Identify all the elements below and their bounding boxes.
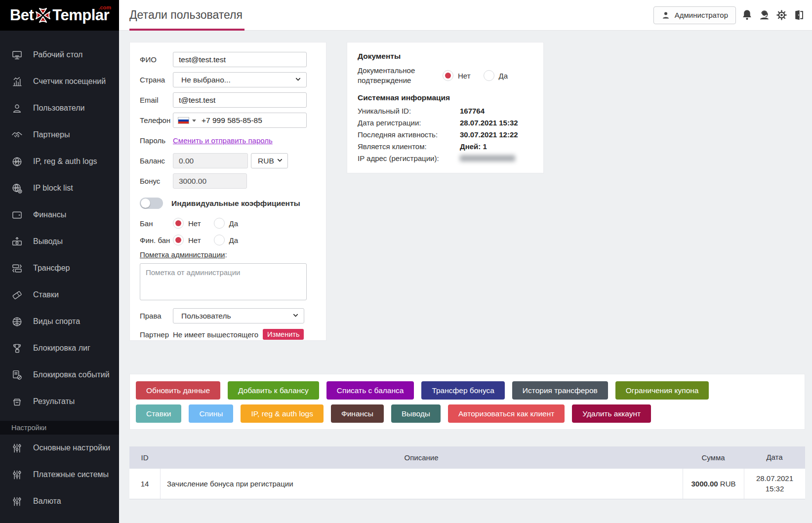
- doc-confirm-yes-radio[interactable]: [484, 70, 494, 81]
- sidebar-item-users[interactable]: Пользователи: [0, 95, 119, 121]
- system-info-row: Дата регистрации:28.07.2021 15:32: [358, 119, 533, 127]
- page-title: Детали пользователя: [129, 8, 243, 22]
- partner-label: Партнер: [140, 330, 173, 339]
- finban-yes-radio[interactable]: [214, 235, 225, 245]
- sidebar-item-bets[interactable]: Ставки: [0, 282, 119, 308]
- action-bonus-transfer-button[interactable]: Трансфер бонуса: [421, 381, 504, 400]
- sidebar-item-label: Счетчик посещений: [33, 77, 106, 86]
- documents-card: Документы Документальное подтверждение Н…: [347, 42, 544, 173]
- support-icon[interactable]: [758, 9, 771, 22]
- topbar: Детали пользователя Администратор: [119, 0, 812, 31]
- phone-label: Телефон: [140, 116, 173, 124]
- sidebar-item-ip-block-list[interactable]: IPIP block list: [0, 175, 119, 201]
- sidebar-item-withdrawals[interactable]: Выводы: [0, 228, 119, 255]
- action-login-as-client-button[interactable]: Авторизоваться как клиент: [448, 404, 565, 423]
- sliders-icon: [11, 443, 23, 454]
- partner-value: Не имеет вышестоящего: [173, 330, 258, 339]
- email-label: Email: [140, 96, 173, 104]
- finban-no-radio[interactable]: [173, 235, 184, 245]
- system-info-label: Дата регистрации:: [358, 119, 460, 127]
- templar-cross-icon: [34, 6, 52, 24]
- country-label: Страна: [140, 76, 173, 84]
- individual-coefficients-toggle[interactable]: [140, 198, 163, 209]
- ban-yes-radio[interactable]: [214, 218, 225, 229]
- email-input[interactable]: [173, 92, 307, 108]
- admin-button[interactable]: Администратор: [653, 6, 736, 24]
- settings-icon[interactable]: [775, 9, 788, 22]
- sliders-icon: [11, 496, 23, 507]
- counter-icon: [11, 76, 23, 87]
- sidebar-item-label: IP, reg & auth logs: [33, 157, 97, 166]
- fio-input[interactable]: [173, 52, 307, 67]
- logout-icon[interactable]: [792, 9, 805, 22]
- action-bets-button[interactable]: Ставки: [136, 404, 181, 423]
- country-select[interactable]: Не выбрано...: [173, 72, 307, 87]
- sidebar-item-label: Рабочий стол: [33, 50, 82, 59]
- ban-no-radio[interactable]: [173, 218, 184, 229]
- action-subtract-from-balance-button[interactable]: Списать с баланса: [326, 381, 414, 400]
- sidebar-item-dashboard[interactable]: Рабочий стол: [0, 41, 119, 68]
- sidebar-item-label: Виды спорта: [33, 317, 80, 326]
- sidebar-item-finances[interactable]: Финансы: [0, 201, 119, 228]
- sidebar-item-transfer[interactable]: Трансфер: [0, 255, 119, 282]
- cell-description: Зачисление бонуса при регистрации: [160, 469, 683, 499]
- system-info-row: Последняя активность:30.07.2021 12:22: [358, 130, 533, 139]
- action-transfer-history-button[interactable]: История трансферов: [512, 381, 608, 400]
- doc-confirm-no-radio[interactable]: [443, 70, 453, 81]
- sidebar-item-main-settings[interactable]: Основные настройки: [0, 435, 119, 461]
- doc-confirmation-label: Документальное подтверждение: [358, 66, 443, 86]
- brand-tld: .com: [98, 4, 111, 10]
- actions-row-1: Обновить данныеДобавить к балансуСписать…: [136, 381, 799, 400]
- doc-confirm-yes-label: Да: [499, 72, 508, 80]
- action-spins-button[interactable]: Спины: [189, 404, 233, 423]
- action-finances-button[interactable]: Финансы: [331, 404, 384, 423]
- admin-note-label[interactable]: Пометка администрации:: [140, 250, 316, 259]
- rights-select[interactable]: Пользователь: [173, 308, 304, 323]
- sidebar-item-partners[interactable]: Партнеры: [0, 121, 119, 148]
- flag-caret-icon: [192, 120, 196, 124]
- sidebar-item-currency[interactable]: Валюта: [0, 488, 119, 515]
- system-info-label: Является клиентом:: [358, 142, 460, 151]
- action-withdrawals-button[interactable]: Выводы: [391, 404, 441, 423]
- currency-select[interactable]: RUB: [251, 153, 288, 168]
- action-add-to-balance-button[interactable]: Добавить к балансу: [228, 381, 319, 400]
- change-password-link[interactable]: Сменить и отправить пароль: [173, 136, 273, 145]
- action-delete-account-button[interactable]: Удалить аккаунт: [572, 404, 651, 423]
- phone-input[interactable]: +7 999 585-85-85: [173, 113, 307, 128]
- russia-flag-icon[interactable]: [178, 117, 189, 124]
- bonus-label: Бонус: [140, 177, 173, 185]
- brand-logo[interactable]: Bet Templar .com: [0, 0, 119, 31]
- change-partner-button[interactable]: Изменить: [263, 329, 304, 340]
- main-area: Детали пользователя Администратор: [119, 0, 812, 523]
- sidebar-item-payment-systems[interactable]: Платежные системы: [0, 461, 119, 488]
- cell-id: 14: [129, 469, 160, 499]
- sidebar-item-results[interactable]: Результаты: [0, 388, 119, 415]
- sidebar-item-league-blocking[interactable]: Блокировка лиг: [0, 335, 119, 362]
- system-info-rows: Уникальный ID:167764Дата регистрации:28.…: [358, 107, 533, 162]
- password-label: Пароль: [140, 136, 173, 145]
- table-header-id: ID: [129, 453, 160, 462]
- individual-coefficients-label: Индивидуальные коэффициенты: [171, 199, 300, 208]
- admin-note-textarea[interactable]: [140, 263, 307, 300]
- action-update-data-button[interactable]: Обновить данные: [136, 381, 220, 400]
- fio-label: ФИО: [140, 55, 173, 64]
- sidebar-item-sports[interactable]: Виды спорта: [0, 308, 119, 335]
- sidebar-item-visit-counter[interactable]: Счетчик посещений: [0, 68, 119, 95]
- system-info-value: 30.07.2021 12:22: [460, 130, 518, 139]
- sidebar-item-ip-reg-auth-logs[interactable]: IPIP, reg & auth logs: [0, 148, 119, 175]
- sidebar-item-label: Пользователи: [33, 104, 84, 113]
- sidebar-item-event-blocking[interactable]: Блокировка событий: [0, 362, 119, 388]
- action-ip-reg-auth-logs-button[interactable]: IP, reg & auth logs: [241, 404, 324, 423]
- notifications-icon[interactable]: [740, 9, 753, 22]
- ticket-icon: [11, 289, 23, 301]
- ip-address-redacted: [460, 155, 515, 161]
- app-root: Bet Templar .com Рабочий столСчетчик пос…: [0, 0, 812, 523]
- brand-bet: Bet: [10, 6, 34, 24]
- sidebar: Bet Templar .com Рабочий столСчетчик пос…: [0, 0, 119, 523]
- user-form-card: ФИО Страна Не выбрано... Email: [129, 42, 326, 341]
- action-coupon-limits-button[interactable]: Ограничения купона: [615, 381, 709, 400]
- svg-text:IP: IP: [15, 160, 19, 164]
- sidebar-section-settings: Настройки: [0, 421, 119, 435]
- system-info-row: Является клиентом:Дней: 1: [358, 142, 533, 151]
- finban-label: Фин. бан: [140, 236, 173, 244]
